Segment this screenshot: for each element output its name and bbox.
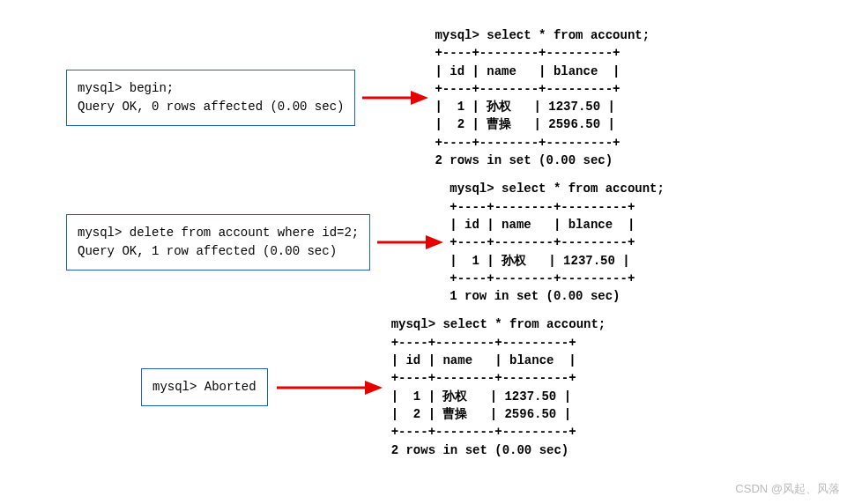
arrow-right-icon: [277, 379, 383, 397]
svg-marker-1: [411, 91, 428, 105]
sql-result-2: mysql> select * from account; +----+----…: [450, 180, 665, 305]
sql-result-3: mysql> select * from account; +----+----…: [391, 315, 606, 458]
watermark-text: CSDN @风起、风落: [735, 481, 840, 497]
arrow-wrap-3: [268, 379, 391, 397]
sql-command-box-3: mysql> Aborted: [141, 368, 268, 406]
sql-result-1: mysql> select * from account; +----+----…: [435, 26, 650, 169]
svg-marker-3: [426, 235, 443, 249]
sql-command-box-2: mysql> delete from account where id=2; Q…: [66, 214, 370, 271]
step-3: mysql> Aborted mysql> select * from acco…: [18, 315, 844, 458]
arrow-wrap-2: [370, 233, 450, 251]
arrow-right-icon: [377, 233, 443, 251]
sql-command-box-1: mysql> begin; Query OK, 0 rows affected …: [66, 70, 355, 126]
arrow-right-icon: [362, 89, 428, 107]
svg-marker-5: [365, 381, 383, 395]
step-1: mysql> begin; Query OK, 0 rows affected …: [18, 26, 844, 169]
arrow-wrap-1: [355, 89, 435, 107]
step-2: mysql> delete from account where id=2; Q…: [18, 180, 844, 305]
